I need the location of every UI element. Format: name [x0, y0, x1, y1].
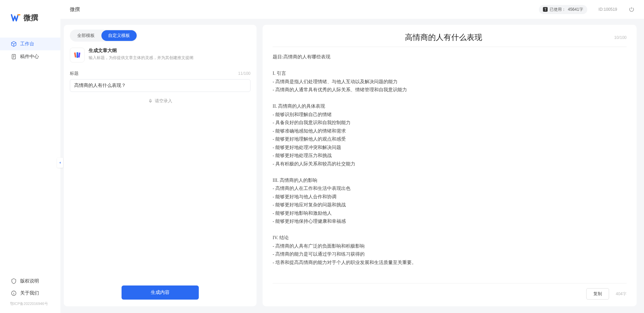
document-icon: [11, 54, 17, 60]
generate-button[interactable]: 生成内容: [122, 285, 199, 300]
user-id-label: ID:: [599, 7, 604, 12]
voice-input-hint[interactable]: 请空录入: [70, 98, 250, 104]
template-desc: 输入标题，为你提供文章主体的灵感，并为其创建推文提纲: [89, 55, 193, 61]
power-icon: [629, 6, 635, 12]
microphone-icon: [148, 99, 153, 103]
svg-rect-2: [74, 52, 77, 57]
logo-icon: [11, 13, 21, 23]
svg-rect-5: [150, 99, 151, 101]
voice-hint-text: 请空录入: [155, 98, 172, 104]
usage-badge-icon: T: [543, 7, 548, 12]
topbar: 微撰 T 已使用： 45641字 ID:100519: [60, 0, 644, 19]
logo-text: 微撰: [24, 13, 38, 23]
sidebar-nav: 工作台 稿件中心: [0, 35, 60, 275]
sidebar-copyright[interactable]: 版权说明: [0, 275, 60, 287]
sidebar-bottom-label: 关于我们: [20, 290, 39, 296]
tab-all-templates[interactable]: 全部模板: [71, 30, 101, 41]
nav-item-workspace[interactable]: 工作台: [0, 38, 60, 50]
icp-text: 鄂ICP备2022016946号: [0, 299, 60, 310]
template-title: 生成文章大纲: [89, 48, 193, 54]
field-label-title: 标题: [70, 70, 79, 76]
svg-rect-4: [78, 52, 81, 57]
sidebar-bottom-label: 版权说明: [20, 278, 39, 284]
template-icon-box: [70, 48, 85, 62]
template-header: 生成文章大纲 输入标题，为你提供文章主体的灵感，并为其创建推文提纲: [70, 48, 250, 62]
template-tabs: 全部模板 自定义模板: [70, 30, 137, 42]
main-area: 微撰 T 已使用： 45641字 ID:100519 全部模板 自定义模: [60, 0, 644, 313]
svg-rect-3: [77, 52, 78, 58]
power-button[interactable]: [629, 6, 635, 12]
copy-button[interactable]: 复制: [586, 288, 609, 300]
config-panel: 全部模板 自定义模板 生成文章大纲 输入标题，为你提供文章主体的灵感，并为其创建…: [64, 25, 257, 306]
nav-item-label: 稿件中心: [20, 54, 39, 60]
nav-item-drafts[interactable]: 稿件中心: [0, 50, 60, 63]
books-icon: [74, 51, 81, 59]
output-title-counter: 10/100: [614, 35, 627, 40]
logo: 微撰: [0, 0, 60, 35]
usage-value: 45641字: [568, 7, 583, 12]
user-id-value: 100519: [604, 7, 617, 12]
title-input[interactable]: [70, 79, 250, 92]
sidebar: 微撰 工作台 稿件中心 版权说明: [0, 0, 60, 313]
usage-label: 已使用：: [550, 7, 566, 12]
tab-custom-templates[interactable]: 自定义模板: [101, 30, 137, 41]
content: 全部模板 自定义模板 生成文章大纲 输入标题，为你提供文章主体的灵感，并为其创建…: [60, 19, 644, 313]
output-title: 高情商的人有什么表现: [273, 32, 614, 43]
usage-pill[interactable]: T 已使用： 45641字: [539, 5, 587, 14]
output-panel: 高情商的人有什么表现 10/100 题目:高情商的人有哪些表现 I. 引言 - …: [263, 25, 637, 306]
field-counter: 11/100: [238, 71, 250, 76]
nav-item-label: 工作台: [20, 41, 34, 47]
sidebar-about[interactable]: 关于我们: [0, 287, 60, 299]
sidebar-bottom: 版权说明 关于我们 鄂ICP备2022016946号: [0, 275, 60, 313]
output-word-count: 404字: [616, 291, 627, 297]
topbar-title: 微撰: [70, 6, 80, 13]
info-icon: [11, 290, 17, 296]
cube-icon: [11, 41, 17, 47]
user-id: ID:100519: [599, 7, 617, 12]
output-body[interactable]: 题目:高情商的人有哪些表现 I. 引言 - 高情商是指人们处理情绪、与他人互动以…: [273, 53, 627, 280]
shield-icon: [11, 278, 17, 284]
